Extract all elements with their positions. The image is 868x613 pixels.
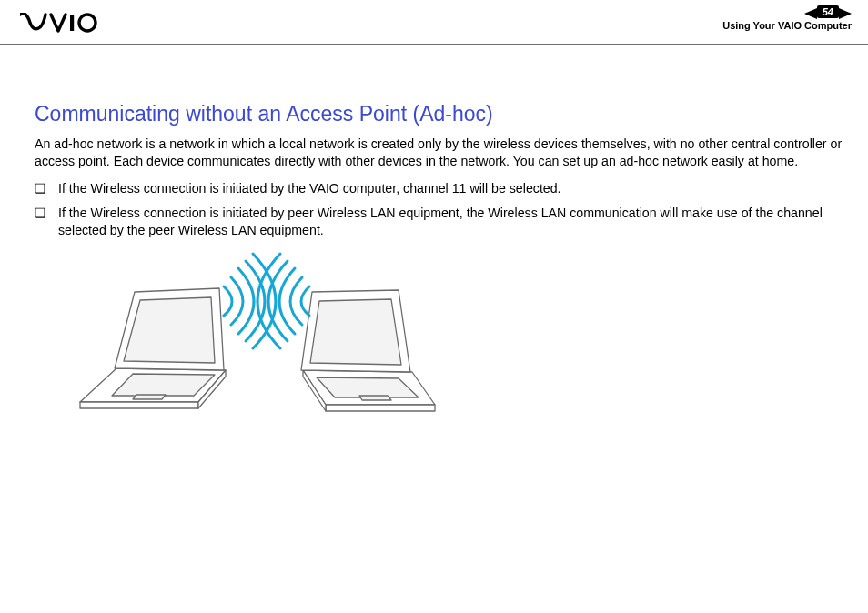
list-item: If the Wireless connection is initiated …: [35, 180, 843, 197]
prev-page-arrow[interactable]: [804, 6, 817, 17]
next-page-arrow[interactable]: [839, 6, 852, 17]
page-content: Communicating without an Access Point (A…: [35, 102, 843, 434]
svg-marker-17: [310, 299, 401, 365]
bullet-list: If the Wireless connection is initiated …: [35, 180, 843, 238]
svg-rect-0: [70, 15, 74, 31]
page-title: Communicating without an Access Point (A…: [35, 102, 843, 126]
list-item: If the Wireless connection is initiated …: [35, 205, 843, 238]
section-label: Using Your VAIO Computer: [722, 20, 852, 31]
adhoc-figure: [62, 252, 444, 434]
svg-marker-3: [839, 8, 852, 19]
svg-point-1: [79, 15, 96, 31]
svg-marker-12: [326, 405, 435, 411]
intro-paragraph: An ad-hoc network is a network in which …: [35, 136, 843, 169]
svg-marker-15: [359, 396, 391, 400]
svg-marker-8: [133, 395, 166, 399]
svg-marker-5: [80, 402, 198, 408]
vaio-logo: [20, 13, 98, 38]
svg-marker-2: [804, 8, 817, 19]
page-number: 54: [817, 5, 839, 18]
header-nav: 54 Using Your VAIO Computer: [722, 5, 852, 31]
page-header: 54 Using Your VAIO Computer: [0, 0, 868, 45]
